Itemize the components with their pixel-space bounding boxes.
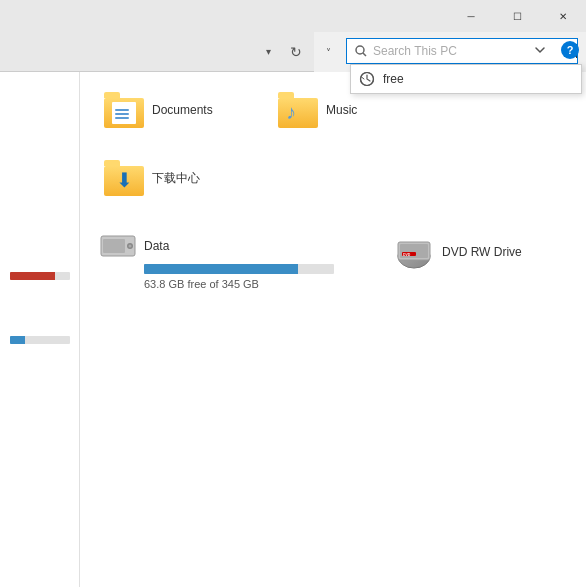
left-drive-bar-1 [0,272,79,280]
folder-documents[interactable]: Documents [100,88,250,132]
svg-rect-5 [103,239,125,253]
folder-download[interactable]: ⬇ 下载中心 [100,156,250,200]
svg-line-1 [363,53,366,56]
title-bar-buttons: ─ ☐ ✕ [448,0,586,32]
expand-icon: ˅ [326,47,331,58]
folder-music[interactable]: ♪ Music [274,88,424,132]
left-bar-1-fill [10,272,55,280]
main-content: Documents ♪ Music ⬇ 下载中心 [0,72,586,587]
chevron-down-icon: ▾ [266,46,271,57]
drive-data-bar-fill [144,264,298,274]
music-folder-icon: ♪ [278,92,318,128]
drive-data-bar [144,264,334,274]
music-note-icon: ♪ [286,101,296,124]
hdd-icon [100,232,136,260]
drive-dvd-name: DVD RW Drive [442,245,522,259]
toolbar-chevron-button[interactable]: ▾ [256,38,280,66]
minimize-button[interactable]: ─ [448,0,494,32]
left-bar-1 [10,272,70,280]
download-arrow-icon: ⬇ [116,168,133,192]
search-icon [347,45,375,57]
search-dropdown: free [350,64,582,94]
drive-dvd[interactable]: DVD DVD RW Drive [394,232,522,290]
help-button-positioned[interactable]: ? [556,36,584,64]
left-drive-bar-2 [0,336,79,344]
expand-chevron-icon [534,44,546,56]
download-folder-icon: ⬇ [104,160,144,196]
search-history-item[interactable]: free [351,65,581,93]
svg-point-7 [129,245,132,248]
documents-folder-icon [104,92,144,128]
close-button[interactable]: ✕ [540,0,586,32]
dvd-icon: DVD [394,232,434,272]
left-bar-2-fill [10,336,25,344]
svg-point-0 [356,46,364,54]
folders-row: Documents ♪ Music ⬇ 下载中心 [100,88,566,200]
left-bar-2 [10,336,70,344]
maximize-button[interactable]: ☐ [494,0,540,32]
toolbar-refresh-button[interactable]: ↻ [282,38,310,66]
left-panel [0,72,80,587]
expand-button[interactable]: ˅ [314,38,342,66]
search-history-text: free [383,72,404,86]
title-bar: ─ ☐ ✕ [0,0,586,32]
content-area: Documents ♪ Music ⬇ 下载中心 [80,72,586,587]
refresh-icon: ↻ [290,44,302,60]
drive-data-info: 63.8 GB free of 345 GB [144,278,334,290]
toolbar: ▾ ↻ [0,32,314,72]
drive-data-name: Data [144,239,169,253]
help-circle-icon: ? [561,41,579,59]
drives-section: Data 63.8 GB free of 345 GB [100,232,566,290]
folder-download-label: 下载中心 [152,170,200,187]
folder-music-label: Music [326,103,357,117]
history-icon [359,71,375,87]
drive-data[interactable]: Data 63.8 GB free of 345 GB [100,232,334,290]
help-label: ? [567,44,574,56]
drive-data-header: Data [100,232,334,260]
expand-chevron-button[interactable] [526,36,554,64]
folder-documents-label: Documents [152,103,213,117]
drive-dvd-header: DVD DVD RW Drive [394,232,522,272]
svg-text:DVD: DVD [403,253,411,257]
